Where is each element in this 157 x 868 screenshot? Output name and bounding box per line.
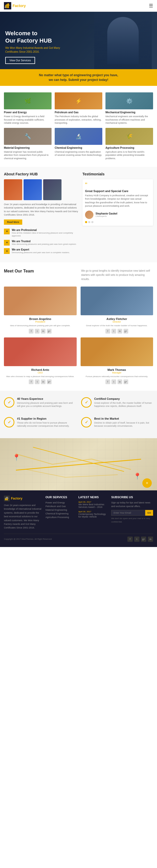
footer-linkedin-icon[interactable]: in — [148, 536, 153, 542]
footer-social-icons: f t g+ in — [127, 536, 153, 542]
twitter-icon-astley[interactable]: t — [111, 329, 116, 334]
svg-line-6 — [52, 459, 91, 464]
service-title-agriculture: Agriculture Processing — [105, 146, 153, 149]
team-name-richard: Richard Anto — [4, 368, 77, 371]
map-pin-right: 📍 — [133, 473, 141, 480]
service-title-mechanical: Mechanical Engineering — [105, 111, 153, 114]
feature-text-expert: We are Expert Denouncing pleasures and p… — [12, 248, 70, 254]
dot-3[interactable] — [91, 221, 94, 223]
footer-news-headline-1[interactable]: We Were Best Industries Services Award –… — [78, 503, 107, 508]
gplus-icon-astley[interactable]: g+ — [124, 329, 128, 334]
stat-circle-supplier: ✓ — [4, 417, 15, 428]
footer-news-headline-2[interactable]: Contemporary Technology for Mystic Vehic… — [78, 513, 107, 518]
footer-subscribe-title: SUBSCRIBE US — [111, 496, 153, 499]
menu-toggle[interactable]: ☰ — [149, 3, 153, 9]
view-services-button[interactable]: View Our Services — [5, 57, 35, 64]
testimonials-section: Testimonials " Great Support and Special… — [78, 172, 153, 257]
stat-supplier: ✓ #1 Supplier in Region Those who do not… — [4, 417, 76, 428]
footer-twitter-icon[interactable]: t — [134, 536, 139, 542]
linkedin-icon-richard[interactable]: in — [41, 379, 46, 384]
about-title: About Factory HUB — [4, 172, 78, 176]
footer-about-text: Over 24 years experience and knowledge o… — [4, 503, 42, 530]
twitter-icon-richard[interactable]: t — [35, 379, 40, 384]
testimonials-title: Testimonials — [82, 172, 153, 176]
feature-icon-professional: ✦ — [4, 228, 10, 235]
stats-grid: ✓ 40 Years Experince Denouncing pleasure… — [4, 397, 153, 432]
facebook-icon-mark[interactable]: f — [105, 379, 110, 384]
stat-text-supplier: Those who do not know how to pursue plea… — [17, 421, 76, 428]
stat-text-market: Desires to obtain pain of itself, becaus… — [94, 421, 153, 428]
gplus-icon-richard[interactable]: g+ — [47, 379, 52, 384]
service-card-agriculture: 🌾 Agriculture Processing Agriculture aim… — [105, 128, 153, 160]
facebook-icon-astley[interactable]: f — [105, 329, 110, 334]
dot-1[interactable] — [85, 221, 87, 223]
footer-bottom: Copyright @ 2017 GlueThemes. All Right R… — [4, 534, 153, 542]
footer-subscribe-button[interactable]: GO — [145, 510, 153, 516]
footer-services-title: OUR SERVICES — [46, 496, 75, 499]
logo[interactable]: Factory — [4, 2, 26, 9]
footer-subscribe-form: GO — [111, 510, 153, 516]
footer-subscribe-text: Sign up today for tips and latest news a… — [111, 501, 153, 508]
dot-2[interactable] — [88, 221, 90, 223]
team-social-astley: f t in g+ — [81, 329, 153, 334]
hero-content: Welcome toOur Factory HUB We Won Many In… — [5, 30, 60, 64]
team-text-mark: Pursue pleasure rationally encounter con… — [81, 375, 153, 378]
footer-services-list: Power and Energy Petroleum and Gas Mater… — [46, 501, 75, 519]
footer-service-4[interactable]: Chemical Engineering — [46, 512, 75, 516]
service-card-material: 🔧 Material Engineering Material engineer… — [4, 128, 52, 160]
testimonial-card: " Great Support and Special Care Factory… — [82, 179, 153, 226]
team-social-mark: f t in g+ — [81, 379, 153, 384]
footer-service-1[interactable]: Power and Energy — [46, 501, 75, 504]
linkedin-icon-astley[interactable]: in — [117, 329, 122, 334]
stat-market: ✓ Best in the Market Desires to obtain p… — [81, 417, 153, 428]
footer-service-3[interactable]: Material Engineering — [46, 508, 75, 512]
service-title-petroleum: Petroleum and Gas — [55, 111, 102, 114]
about-image-2 — [24, 179, 42, 200]
feature-desc-professional: How all this mistaken idea of denouncing… — [12, 231, 78, 237]
services-grid: 🌿 Power and Energy Power & Energy develo… — [4, 92, 153, 160]
svg-line-9 — [66, 475, 118, 477]
svg-line-8 — [26, 469, 66, 477]
footer-facebook-icon[interactable]: f — [127, 536, 133, 542]
stat-experience: ✓ 40 Years Experince Denouncing pleasure… — [4, 397, 76, 408]
stat-content-certified: Certified Company Great explorer of the … — [94, 397, 153, 408]
twitter-icon-brown[interactable]: t — [35, 329, 40, 334]
author-avatar — [85, 211, 94, 219]
linkedin-icon-brown[interactable]: in — [41, 329, 46, 334]
team-text-brown: Idea of denouncing pleasure praising pai… — [4, 324, 77, 327]
footer-service-5[interactable]: Agriculture Processing — [46, 516, 75, 519]
about-features: ✦ We are Professional How all this mista… — [4, 228, 78, 254]
feature-text-trusted: We are Trusted Was denouncing pleasures … — [12, 240, 76, 246]
copyright-text: Copyright @ 2017 GlueThemes. All Right R… — [4, 538, 52, 540]
footer-news-1: April 30, 2017 We Were Best Industries S… — [78, 501, 107, 508]
team-text-astley: Great explorer of the truth the master-b… — [81, 324, 153, 327]
service-desc-chemical: Chemical engineering covers the applicat… — [55, 150, 102, 157]
linkedin-icon-mark[interactable]: in — [117, 379, 122, 384]
stat-title-experience: 40 Years Experince — [17, 397, 76, 400]
footer-news-2: April 30, 2017 Contemporary Technology f… — [78, 510, 107, 518]
team-name-mark: Mark Thomas — [81, 368, 153, 371]
stats-section: ✓ 40 Years Experince Denouncing pleasure… — [0, 391, 157, 438]
stat-content-experience: 40 Years Experince Denouncing pleasure a… — [17, 397, 76, 408]
facebook-icon-richard[interactable]: f — [29, 379, 33, 384]
service-title-material: Material Engineering — [4, 146, 52, 149]
service-desc-power: Power & Energy development is a field fo… — [4, 115, 52, 125]
service-image-material: 🔧 — [4, 128, 52, 145]
feature-text-professional: We are Professional How all this mistake… — [12, 228, 78, 237]
footer-services-col: OUR SERVICES Power and Energy Petroleum … — [46, 496, 75, 530]
feature-expert: ✦ We are Expert Denouncing pleasures and… — [4, 248, 78, 254]
service-title-chemical: Chemical Engineering — [55, 146, 102, 149]
footer-service-2[interactable]: Petroleum and Gas — [46, 504, 75, 508]
read-more-button[interactable]: Read More — [4, 219, 22, 225]
check-icon-supplier: ✓ — [7, 420, 11, 425]
twitter-icon-mark[interactable]: t — [111, 379, 116, 384]
map-expand-button[interactable]: + — [142, 478, 152, 488]
testimonial-dots — [85, 221, 151, 223]
footer-email-input[interactable] — [111, 510, 145, 516]
team-photo-brown — [4, 286, 77, 315]
footer-gplus-icon[interactable]: g+ — [141, 536, 146, 542]
facebook-icon-brown[interactable]: f — [29, 329, 33, 334]
gplus-icon-mark[interactable]: g+ — [124, 379, 128, 384]
gplus-icon-brown[interactable]: g+ — [47, 329, 52, 334]
about-image-3 — [43, 179, 61, 200]
